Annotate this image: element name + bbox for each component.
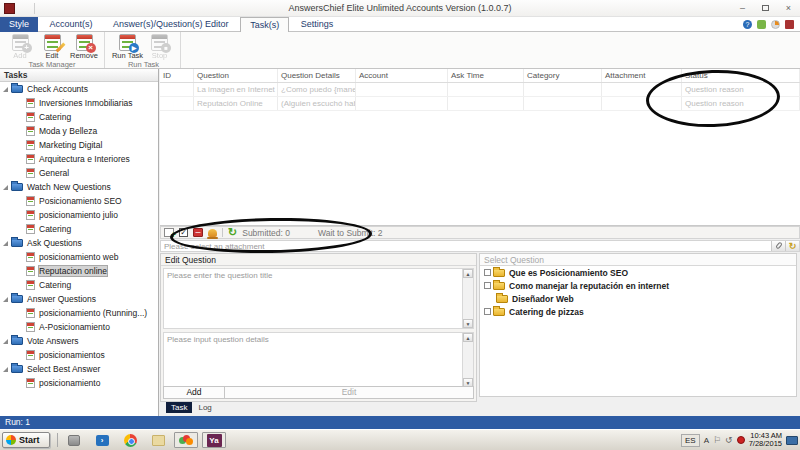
- attachment-refresh-button[interactable]: ↻: [785, 241, 799, 251]
- tree-item[interactable]: Inversiones Inmobiliarias: [0, 96, 158, 110]
- expander-icon[interactable]: [3, 241, 8, 246]
- tree-folder-watch-new-questions[interactable]: Watch New Questions: [0, 180, 158, 194]
- help-icon[interactable]: ?: [743, 20, 752, 29]
- checkbox-icon[interactable]: [484, 269, 491, 276]
- tab-answers-questions-editor[interactable]: Answer(s)/Question(s) Editor: [104, 17, 238, 32]
- remove-row-icon[interactable]: –: [193, 228, 203, 237]
- tab-settings[interactable]: Settings: [292, 17, 343, 32]
- system-tray: ES A ⚐ ↺ 10:43 AM 7/28/2015: [681, 432, 798, 448]
- tree-item[interactable]: Marketing Digital: [0, 138, 158, 152]
- taskbar-app-shapes[interactable]: [174, 432, 198, 448]
- taskbar-app-window[interactable]: [146, 432, 170, 448]
- question-tree-item[interactable]: Como manejar la reputación en internet: [480, 279, 796, 292]
- column-header-attachment[interactable]: Attachment: [602, 69, 682, 82]
- tree-folder-vote-answers[interactable]: Vote Answers: [0, 334, 158, 348]
- taskbar-clock[interactable]: 10:43 AM 7/28/2015: [749, 432, 782, 448]
- tree-item[interactable]: Posicionamiento SEO: [0, 194, 158, 208]
- close-button[interactable]: ×: [781, 2, 796, 14]
- tree-item[interactable]: Arquitectura e Interiores: [0, 152, 158, 166]
- column-header-category[interactable]: Category: [524, 69, 602, 82]
- flag-icon[interactable]: ⚐: [713, 435, 721, 445]
- tree-item[interactable]: Moda y Belleza: [0, 124, 158, 138]
- scroll-down-icon[interactable]: ▼: [463, 319, 473, 328]
- antivirus-icon[interactable]: [737, 436, 745, 444]
- tab-task[interactable]: Task: [166, 402, 192, 413]
- tree-item[interactable]: A-Posicionamiento: [0, 320, 158, 334]
- add-task-button[interactable]: + Add: [4, 33, 36, 60]
- restore-button[interactable]: [758, 2, 773, 14]
- monitor-icon[interactable]: [786, 436, 798, 445]
- task-icon: [26, 210, 35, 220]
- attach-file-button[interactable]: [771, 241, 785, 251]
- tab-style[interactable]: Style: [0, 17, 38, 32]
- scroll-up-icon[interactable]: ▲: [463, 333, 473, 342]
- question-tree-item[interactable]: Catering de pizzas: [480, 305, 796, 318]
- check-all-icon[interactable]: ✓: [179, 228, 188, 237]
- column-header-question[interactable]: Question: [194, 69, 278, 82]
- run-task-button[interactable]: ▶ Run Task: [112, 33, 144, 60]
- feedback-icon[interactable]: [757, 20, 766, 29]
- table-row[interactable]: Reputación Online (Alguien escuchó habla…: [160, 97, 800, 111]
- checkbox-icon[interactable]: [484, 282, 491, 289]
- column-header-id[interactable]: ID: [160, 69, 194, 82]
- tree-item[interactable]: posicionamientos: [0, 348, 158, 362]
- taskbar-app-utility[interactable]: [62, 432, 86, 448]
- tab-accounts[interactable]: Account(s): [41, 17, 102, 32]
- tree-folder-select-best-answer[interactable]: Select Best Answer: [0, 362, 158, 376]
- column-header-status[interactable]: Status: [682, 69, 800, 82]
- tree-item[interactable]: posicionamiento julio: [0, 208, 158, 222]
- edit-task-button[interactable]: Edit: [36, 33, 68, 60]
- minimize-button[interactable]: –: [735, 2, 750, 14]
- select-question-title: Select Question: [480, 254, 796, 266]
- start-button[interactable]: Start: [2, 432, 50, 448]
- scrollbar[interactable]: ▲ ▼: [462, 333, 473, 387]
- tree-folder-ask-questions[interactable]: Ask Questions: [0, 236, 158, 250]
- refresh-icon[interactable]: ↻: [228, 227, 237, 238]
- question-tree-item[interactable]: Diseñador Web: [480, 292, 796, 305]
- expander-icon[interactable]: [3, 87, 8, 92]
- table-row[interactable]: La imagen en Internet ¿Como puedo {manej…: [160, 83, 800, 97]
- remove-task-button[interactable]: × Remove: [68, 33, 100, 60]
- tree-item[interactable]: posicionamiento: [0, 376, 158, 390]
- expander-icon[interactable]: [3, 339, 8, 344]
- task-remove-icon: ×: [76, 34, 93, 51]
- tree-folder-answer-questions[interactable]: Answer Questions: [0, 292, 158, 306]
- tree-item-selected[interactable]: Reputacion online: [0, 264, 158, 278]
- expander-icon[interactable]: [3, 185, 8, 190]
- taskbar-app-chrome[interactable]: [118, 432, 142, 448]
- expander-icon[interactable]: [3, 297, 8, 302]
- tree-folder-check-accounts[interactable]: Check Accounts: [0, 82, 158, 96]
- scroll-up-icon[interactable]: ▲: [463, 269, 473, 278]
- checkbox-icon[interactable]: [484, 308, 491, 315]
- stop-task-button[interactable]: ■ Stop: [144, 33, 176, 60]
- tree-item[interactable]: General: [0, 166, 158, 180]
- language-indicator[interactable]: ES: [681, 434, 700, 447]
- column-header-question-details[interactable]: Question Details: [278, 69, 356, 82]
- scrollbar[interactable]: ▲ ▼: [462, 269, 473, 328]
- tree-item[interactable]: posicionamiento (Running...): [0, 306, 158, 320]
- attachment-input[interactable]: [161, 241, 771, 251]
- taskbar-app-ya[interactable]: Ya: [202, 432, 226, 448]
- exit-icon[interactable]: [785, 20, 794, 29]
- windows-logo-icon: [6, 435, 16, 445]
- question-title-input[interactable]: [164, 269, 461, 328]
- add-row-icon[interactable]: [164, 228, 174, 237]
- tree-item[interactable]: Catering: [0, 222, 158, 236]
- taskbar-app-powershell[interactable]: ›: [90, 432, 114, 448]
- tab-log[interactable]: Log: [196, 402, 213, 413]
- tab-tasks[interactable]: Task(s): [240, 17, 289, 32]
- tree-item[interactable]: posicionamiento web: [0, 250, 158, 264]
- expander-icon[interactable]: [3, 367, 8, 372]
- tree-item[interactable]: Catering: [0, 278, 158, 292]
- question-tree-item[interactable]: Que es Posicionamiento SEO: [480, 266, 796, 279]
- alert-icon[interactable]: [208, 229, 217, 237]
- network-icon[interactable]: ↺: [725, 435, 733, 445]
- edit-question-button[interactable]: Edit: [225, 386, 474, 399]
- folder-icon: [493, 308, 505, 316]
- column-header-account[interactable]: Account: [356, 69, 448, 82]
- column-header-ask-time[interactable]: Ask Time: [448, 69, 524, 82]
- tree-item[interactable]: Catering: [0, 110, 158, 124]
- question-details-input[interactable]: [164, 333, 461, 387]
- update-icon[interactable]: [771, 20, 780, 29]
- add-question-button[interactable]: Add: [163, 386, 225, 399]
